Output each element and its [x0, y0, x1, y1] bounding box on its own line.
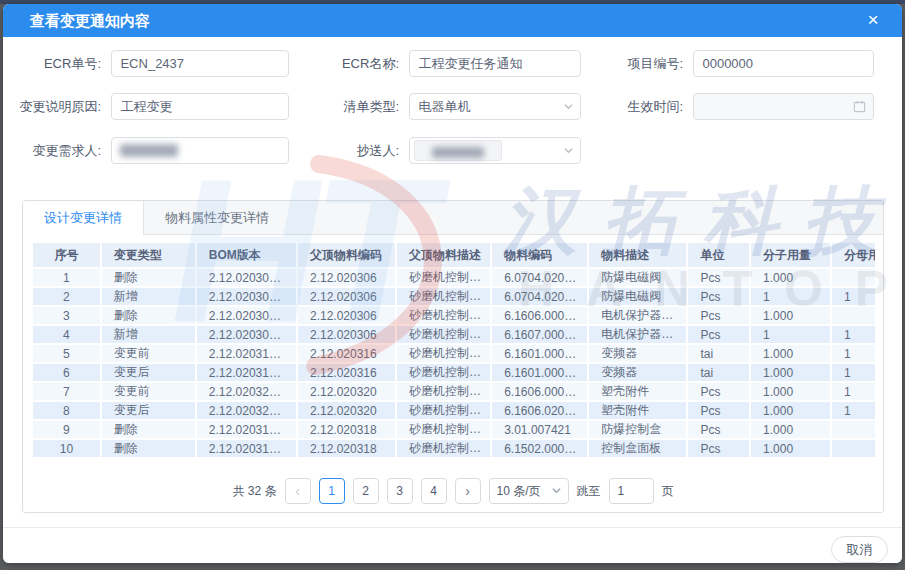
- cc-person-label: 抄送人:: [303, 137, 399, 164]
- table-cell: 6.1502.000…: [492, 440, 587, 457]
- table-cell: 4: [33, 326, 100, 343]
- effective-time-input[interactable]: [693, 93, 874, 120]
- field-cc-person: 抄送人:: [303, 137, 581, 164]
- table-cell: 砂磨机控制…: [397, 345, 490, 362]
- table-cell: 1: [832, 288, 875, 305]
- field-ecr-number: ECR单号: ECN_2437: [7, 50, 289, 77]
- change-notice-dialog: HT 汉拓科技 HANTOP 查看变更通知内容 × ECR单号: ECN_243…: [3, 4, 902, 563]
- table-cell: 变更前: [102, 345, 195, 362]
- change-reason-input[interactable]: 工程变更: [111, 93, 289, 120]
- table-cell: 6.0704.020…: [492, 288, 587, 305]
- table-cell: Pcs: [688, 288, 749, 305]
- table-cell: 1: [832, 345, 875, 362]
- table-row[interactable]: 9删除2.12.02031…2.12.020318砂磨机控制…3.01.0074…: [33, 421, 875, 438]
- ecr-name-label: ECR名称:: [303, 50, 399, 77]
- table-cell: 10: [33, 440, 100, 457]
- change-requester-label: 变更需求人:: [7, 137, 101, 164]
- column-header: 分母用量: [832, 243, 875, 267]
- field-change-requester: 变更需求人:: [7, 137, 289, 164]
- table-cell: 2.12.020318: [298, 421, 395, 438]
- cancel-button[interactable]: 取消: [831, 536, 888, 563]
- effective-time-label: 生效时间:: [587, 93, 683, 120]
- list-type-select[interactable]: 电器单机: [409, 93, 581, 120]
- table-cell: 控制盒面板: [589, 440, 686, 457]
- list-type-label: 清单类型:: [303, 93, 399, 120]
- page-button-1[interactable]: 1: [319, 478, 345, 504]
- table-cell: 删除: [102, 269, 195, 286]
- table-row[interactable]: 10删除2.12.02031…2.12.020318砂磨机控制…6.1502.0…: [33, 440, 875, 457]
- column-header: 单位: [688, 243, 749, 267]
- jump-page-input[interactable]: 1: [609, 478, 654, 504]
- prev-page-button[interactable]: ‹: [285, 478, 311, 504]
- table-cell: 2.12.02030…: [197, 269, 296, 286]
- detail-panel: 设计变更详情 物料属性变更详情 序号变更类型BOM版本父顶物料编码父顶物料描述物…: [22, 200, 884, 513]
- table-cell: 2.12.020316: [298, 364, 395, 381]
- table-cell: 2.12.02031…: [197, 440, 296, 457]
- field-list-type: 清单类型: 电器单机: [303, 93, 581, 120]
- table-cell: 2.12.020306: [298, 326, 395, 343]
- table-cell: 1.000: [751, 345, 830, 362]
- pagination: 共 32 条 ‹ 1234 › 10 条/页 跳至 1 页: [23, 478, 883, 504]
- table-cell: 电机保护器…: [589, 326, 686, 343]
- page-size-select[interactable]: 10 条/页: [489, 478, 569, 504]
- chevron-down-icon: [552, 484, 561, 498]
- table-cell: Pcs: [688, 269, 749, 286]
- table-cell: Pcs: [688, 383, 749, 400]
- table-cell: 6.1607.000…: [492, 326, 587, 343]
- cc-person-select[interactable]: [409, 137, 581, 164]
- table-cell: 2.12.020318: [298, 440, 395, 457]
- change-requester-input[interactable]: [111, 137, 289, 164]
- table-cell: 防爆电磁阀: [589, 269, 686, 286]
- table-cell: 2.12.020320: [298, 402, 395, 419]
- table-cell: 6.1606.000…: [492, 307, 587, 324]
- ecr-number-input[interactable]: ECN_2437: [111, 50, 289, 77]
- page-button-4[interactable]: 4: [421, 478, 447, 504]
- table-cell: 6.1601.000…: [492, 345, 587, 362]
- table-row[interactable]: 3删除2.12.02030…2.12.020306砂磨机控制…6.1606.00…: [33, 307, 875, 324]
- table-cell: 砂磨机控制…: [397, 269, 490, 286]
- table-row[interactable]: 1删除2.12.02030…2.12.020306砂磨机控制…6.0704.02…: [33, 269, 875, 286]
- column-header: 父顶物料描述: [397, 243, 490, 267]
- project-number-input[interactable]: 0000000: [693, 50, 874, 77]
- jump-page-suffix: 页: [662, 483, 674, 500]
- table-cell: 6: [33, 364, 100, 381]
- next-page-button[interactable]: ›: [455, 478, 481, 504]
- table-row[interactable]: 8变更后2.12.02032…2.12.020320砂磨机控制…6.1606.0…: [33, 402, 875, 419]
- column-header: BOM版本: [197, 243, 296, 267]
- table-cell: 6.1606.000…: [492, 383, 587, 400]
- table-cell: 砂磨机控制…: [397, 383, 490, 400]
- table-cell: 1.000: [751, 383, 830, 400]
- column-header: 物料编码: [492, 243, 587, 267]
- tab-material-attr-change-detail[interactable]: 物料属性变更详情: [144, 201, 290, 235]
- page-button-2[interactable]: 2: [353, 478, 379, 504]
- field-change-reason: 变更说明原因: 工程变更: [7, 93, 289, 120]
- table-cell: 2.12.020306: [298, 288, 395, 305]
- page-button-3[interactable]: 3: [387, 478, 413, 504]
- field-ecr-name: ECR名称: 工程变更任务通知: [303, 50, 581, 77]
- table-cell: 2.12.020316: [298, 345, 395, 362]
- table-row[interactable]: 5变更前2.12.02031…2.12.020316砂磨机控制…6.1601.0…: [33, 345, 875, 362]
- chevron-down-icon: [564, 138, 573, 163]
- field-effective-time: 生效时间:: [587, 93, 874, 120]
- table-row[interactable]: 2新增2.12.02030…2.12.020306砂磨机控制…6.0704.02…: [33, 288, 875, 305]
- table-cell: 变频器: [589, 345, 686, 362]
- table-cell: 1.000: [751, 402, 830, 419]
- tab-design-change-detail[interactable]: 设计变更详情: [23, 201, 144, 235]
- table-cell: 2.12.02032…: [197, 383, 296, 400]
- table-cell: [832, 421, 875, 438]
- table-cell: 防爆控制盒: [589, 421, 686, 438]
- table-cell: 2.12.02031…: [197, 421, 296, 438]
- ecr-name-input[interactable]: 工程变更任务通知: [409, 50, 581, 77]
- table-cell: 2.12.02030…: [197, 288, 296, 305]
- column-header: 变更类型: [102, 243, 195, 267]
- close-icon[interactable]: ×: [858, 4, 888, 37]
- table-cell: 5: [33, 345, 100, 362]
- table-cell: 砂磨机控制…: [397, 326, 490, 343]
- total-count: 共 32 条: [232, 483, 276, 500]
- table-row[interactable]: 6变更后2.12.02031…2.12.020316砂磨机控制…6.1601.0…: [33, 364, 875, 381]
- table-cell: 1: [751, 288, 830, 305]
- table-cell: 1: [832, 364, 875, 381]
- table-cell: 2.12.02031…: [197, 364, 296, 381]
- table-row[interactable]: 4新增2.12.02030…2.12.020306砂磨机控制…6.1607.00…: [33, 326, 875, 343]
- table-row[interactable]: 7变更前2.12.02032…2.12.020320砂磨机控制…6.1606.0…: [33, 383, 875, 400]
